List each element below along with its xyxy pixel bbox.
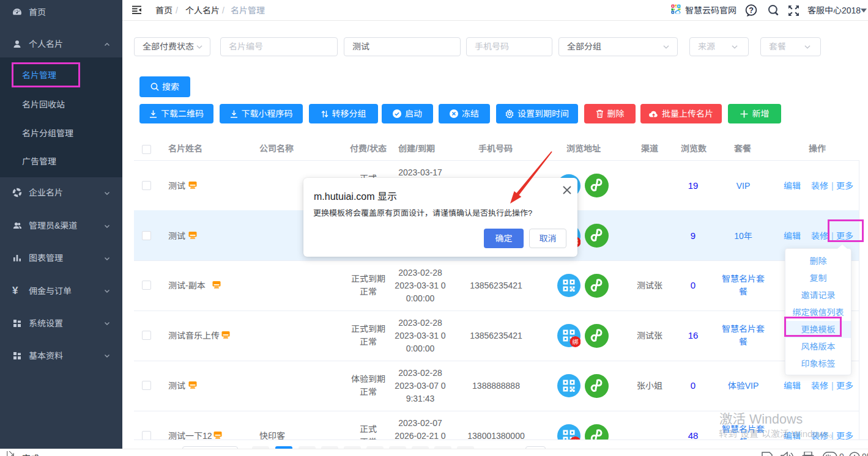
svg-text:?: ? [749, 6, 754, 15]
svg-text:绑: 绑 [573, 337, 579, 346]
svg-text:绑: 绑 [573, 437, 579, 441]
